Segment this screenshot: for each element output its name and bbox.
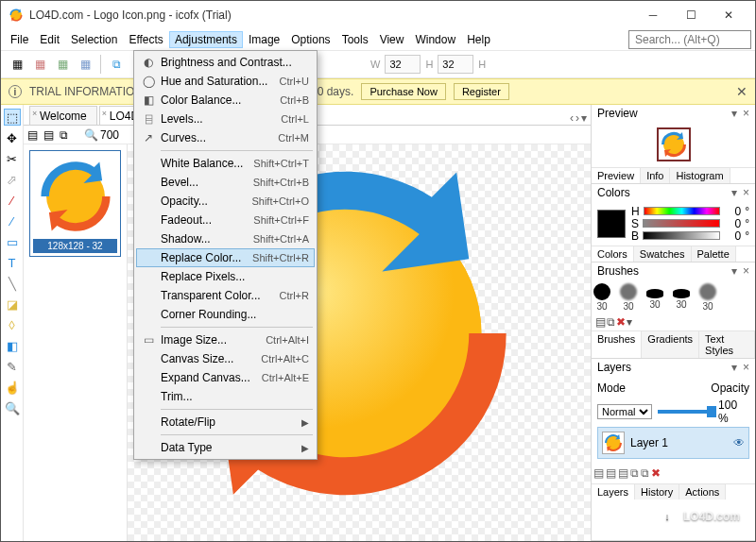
text-tool-icon[interactable]: T	[4, 254, 21, 271]
minimize-button[interactable]: ─	[634, 2, 672, 28]
panel-close-icon[interactable]: ×	[743, 186, 749, 199]
menu-help[interactable]: Help	[461, 31, 496, 48]
marquee-tool-icon[interactable]: ⬚	[4, 109, 21, 126]
colors-tab[interactable]: Colors	[592, 246, 634, 262]
tab-menu-icon[interactable]: ▾	[581, 111, 587, 125]
menuitem-data-type[interactable]: Data Type▶	[136, 438, 315, 457]
new-icon-4[interactable]: ▦	[75, 54, 95, 75]
hand-tool-icon[interactable]: ☝	[4, 379, 21, 396]
menuitem-white-balance[interactable]: White Balance...Shift+Ctrl+T	[136, 154, 315, 173]
menu-selection[interactable]: Selection	[65, 31, 123, 48]
tab-welcome[interactable]: ×Welcome	[29, 106, 97, 125]
menuitem-canvas-size[interactable]: Canvas Size...Ctrl+Alt+C	[136, 349, 315, 368]
pencil-tool-icon[interactable]: ∕	[4, 212, 21, 229]
hue-slider[interactable]	[644, 207, 721, 215]
rect-tool-icon[interactable]: ▭	[4, 233, 21, 250]
fill-tool-icon[interactable]: ◊	[4, 316, 21, 333]
dropper-tool-icon[interactable]: ✎	[4, 358, 21, 375]
menu-file[interactable]: File	[5, 31, 34, 48]
layer-item[interactable]: Layer 1 👁	[597, 427, 749, 459]
panel-close-icon[interactable]: ×	[743, 361, 749, 374]
swatches-tab[interactable]: Swatches	[634, 246, 692, 262]
doc-new-icon[interactable]: ▤	[27, 128, 41, 142]
brush-preset[interactable]: 30	[671, 285, 692, 310]
menu-image[interactable]: Image	[243, 31, 285, 48]
pointer-tool-icon[interactable]: ⬀	[4, 171, 21, 188]
menuitem-levels[interactable]: ⌸Levels...Ctrl+L	[136, 110, 315, 128]
palette-tab[interactable]: Palette	[692, 246, 736, 262]
maximize-button[interactable]: ☐	[672, 2, 710, 28]
menuitem-transparent-color[interactable]: Transparent Color...Ctrl+R	[136, 286, 315, 305]
crop-tool-icon[interactable]: ✂	[4, 150, 21, 167]
height-input[interactable]	[438, 55, 473, 74]
brush-preset[interactable]: 30	[697, 283, 718, 312]
close-button[interactable]: ✕	[710, 2, 747, 28]
layer-del-icon[interactable]: ✖	[651, 466, 661, 480]
panel-close-icon[interactable]: ×	[743, 107, 749, 120]
history-tab[interactable]: History	[635, 484, 679, 500]
menu-adjustments[interactable]: Adjustments	[169, 31, 243, 48]
brush-preset[interactable]: 30	[592, 283, 612, 312]
menuitem-opacity[interactable]: Opacity...Shift+Ctrl+O	[136, 192, 315, 211]
menuitem-rotate-flip[interactable]: Rotate/Flip▶	[136, 413, 315, 432]
menu-options[interactable]: Options	[285, 31, 335, 48]
menuitem-corner-rounding[interactable]: Corner Rounding...	[136, 305, 315, 324]
register-button[interactable]: Register	[454, 83, 509, 100]
menuitem-color-balance[interactable]: ◧Color Balance...Ctrl+B	[136, 91, 315, 110]
foreground-color-swatch[interactable]	[597, 210, 626, 238]
gradient-tool-icon[interactable]: ◧	[4, 337, 21, 354]
menuitem-curves[interactable]: ↗Curves...Ctrl+M	[136, 128, 315, 147]
brush-new-icon[interactable]: ▤	[595, 315, 606, 329]
brush-preset[interactable]: 30	[644, 285, 665, 310]
eraser-tool-icon[interactable]: ◪	[4, 296, 21, 313]
actions-tab[interactable]: Actions	[679, 484, 726, 500]
panel-close-icon[interactable]: ×	[743, 264, 749, 278]
brushes-tab[interactable]: Brushes	[592, 331, 642, 358]
move-tool-icon[interactable]: ✥	[4, 129, 21, 146]
preview-tab[interactable]: Preview	[592, 168, 641, 183]
new-icon[interactable]: ▦	[7, 54, 27, 75]
menuitem-expand-canvas[interactable]: Expand Canvas...Ctrl+Alt+E	[136, 368, 315, 387]
menu-window[interactable]: Window	[409, 31, 461, 48]
purchase-button[interactable]: Purchase Now	[361, 83, 446, 100]
menuitem-replace-color[interactable]: Replace Color...Shift+Ctrl+R	[136, 248, 315, 267]
brush-tool-icon[interactable]: ∕	[4, 192, 21, 209]
bri-slider[interactable]	[643, 231, 720, 240]
tab-scroll-left-icon[interactable]: ‹	[570, 111, 574, 125]
tab-scroll-right-icon[interactable]: ›	[576, 111, 579, 125]
doc-copy-icon[interactable]: ⧉	[60, 128, 73, 142]
sat-slider[interactable]	[643, 219, 720, 228]
menuitem-fadeout[interactable]: Fadeout...Shift+Ctrl+F	[136, 211, 315, 229]
menu-view[interactable]: View	[374, 31, 410, 48]
zoom-tool-icon[interactable]: 🔍	[4, 399, 21, 416]
menuitem-bevel[interactable]: Bevel...Shift+Ctrl+B	[136, 173, 315, 192]
new-icon-2[interactable]: ▦	[29, 54, 50, 75]
thumbnail-item[interactable]: 128x128 - 32	[29, 150, 121, 257]
opacity-slider[interactable]	[658, 410, 713, 414]
line-tool-icon[interactable]: ╲	[4, 275, 21, 292]
menuitem-hue-and-saturation[interactable]: ◯Hue and Saturation...Ctrl+U	[136, 72, 315, 91]
visibility-icon[interactable]: 👁	[733, 436, 745, 449]
banner-close-icon[interactable]: ✕	[736, 84, 747, 99]
menuitem-image-size[interactable]: ▭Image Size...Ctrl+Alt+I	[136, 330, 315, 349]
panel-menu-icon[interactable]: ▾	[731, 264, 737, 278]
new-icon-3[interactable]: ▦	[52, 54, 73, 75]
menuitem-shadow[interactable]: Shadow...Shift+Ctrl+A	[136, 229, 315, 248]
layer-new-icon[interactable]: ▤	[593, 466, 604, 480]
gradients-tab[interactable]: Gradients	[642, 331, 699, 358]
search-input[interactable]	[628, 30, 751, 49]
menuitem-replace-pixels[interactable]: Replace Pixels...	[136, 267, 315, 286]
blend-mode-select[interactable]: Normal	[597, 404, 652, 419]
panel-menu-icon[interactable]: ▾	[731, 107, 737, 120]
panel-menu-icon[interactable]: ▾	[731, 186, 737, 199]
panel-menu-icon[interactable]: ▾	[731, 361, 737, 374]
brush-preset[interactable]: 30	[618, 283, 639, 312]
menu-tools[interactable]: Tools	[336, 31, 374, 48]
brush-del-icon[interactable]: ✖	[616, 315, 626, 329]
layers-tab[interactable]: Layers	[592, 484, 635, 500]
info-tab[interactable]: Info	[641, 168, 670, 183]
menuitem-brightness-and-contrast[interactable]: ◐Brightness and Contrast...	[136, 53, 315, 72]
doc-del-icon[interactable]: ▤	[43, 128, 57, 142]
brush-copy-icon[interactable]: ⧉	[607, 315, 615, 329]
copy-icon[interactable]: ⧉	[106, 54, 127, 75]
